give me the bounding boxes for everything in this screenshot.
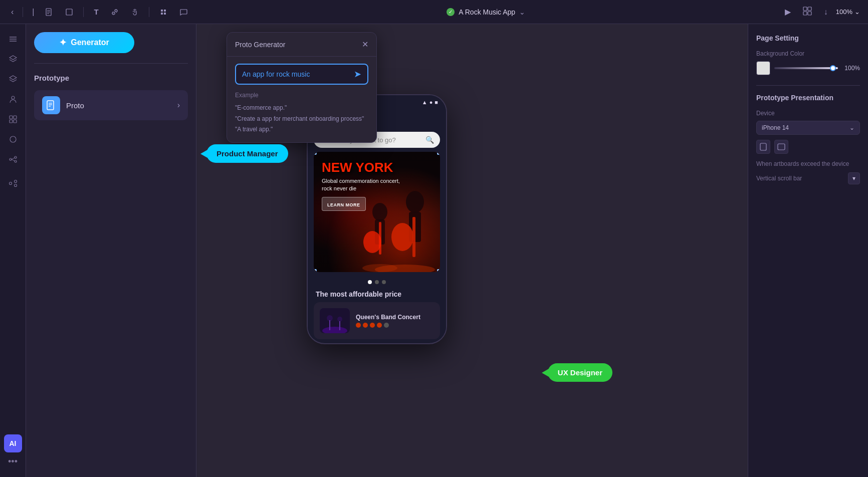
toolbar-center: ✓ A Rock Music App ⌄ (191, 8, 781, 16)
hand-button[interactable] (127, 6, 143, 18)
app-title: A Rock Music App (459, 8, 515, 16)
status-icons: ▲ ● ■ (422, 99, 438, 105)
modal-close-button[interactable]: ✕ (362, 40, 368, 49)
svg-rect-38 (412, 217, 415, 257)
right-panel: Page Setting Background Color 100% Proto… (748, 24, 868, 477)
toolbar-divider-2 (83, 7, 84, 17)
proto-pres-title: Prototype Presentation (756, 94, 860, 102)
svg-rect-11 (803, 12, 807, 15)
ai-label: AI (10, 439, 17, 447)
modal-send-button[interactable]: ➤ (354, 69, 361, 80)
color-row: 100% (756, 61, 860, 75)
sidebar-circle-icon[interactable] (4, 130, 22, 148)
svg-rect-19 (14, 116, 17, 119)
back-button[interactable]: ‹ (8, 6, 17, 19)
bg-color-label: Background Color (756, 50, 860, 57)
portrait-device-button[interactable] (756, 140, 770, 154)
component-button[interactable] (155, 6, 171, 18)
bg-color-section: Background Color 100% (756, 50, 860, 75)
zoom-value: 100% (836, 8, 852, 16)
concert-card[interactable]: Queen's Band Concert (314, 302, 440, 339)
ai-button[interactable]: AI (4, 434, 22, 452)
toolbar-right: ▶ ↓ 100% ⌄ (781, 5, 860, 20)
concert-thumb-svg (320, 308, 350, 333)
grid-button[interactable] (799, 5, 816, 20)
generator-label: Generator (71, 38, 109, 47)
svg-rect-51 (760, 143, 766, 150)
zoom-chevron-icon: ⌄ (854, 8, 860, 16)
sidebar-more-icon[interactable]: ••• (8, 456, 18, 467)
phone-content: ♪ Rock Music Where do you want to go? 🔍 … (308, 109, 446, 339)
sidebar-components-icon[interactable] (4, 70, 22, 88)
star-5 (384, 323, 389, 328)
sidebar-grid-icon[interactable] (4, 110, 22, 128)
sidebar-layers-icon[interactable] (4, 50, 22, 68)
frame-button[interactable] (61, 6, 77, 18)
svg-rect-7 (161, 13, 163, 15)
comment-button[interactable] (175, 6, 191, 18)
zoom-control[interactable]: 100% ⌄ (836, 8, 860, 16)
bg-opacity-slider[interactable] (774, 67, 838, 69)
ux-designer-bubble: UX Designer (548, 363, 612, 382)
modal-input[interactable] (242, 70, 354, 78)
svg-line-27 (12, 159, 15, 161)
sidebar-profile-icon[interactable] (4, 90, 22, 108)
new-file-button[interactable] (41, 6, 57, 18)
text-button[interactable]: T (90, 6, 102, 18)
scroll-select[interactable]: ▾ (848, 172, 860, 184)
svg-rect-31 (47, 101, 54, 110)
svg-point-41 (363, 231, 381, 253)
color-swatch[interactable] (756, 61, 770, 75)
left-sidebar: AI ••• (0, 24, 26, 477)
prototype-section-title: Prototype (34, 74, 188, 82)
concert-thumbnail (320, 308, 350, 333)
sidebar-menu-icon[interactable] (4, 30, 22, 48)
proto-generator-modal: Proto Generator ✕ ➤ Example "E-commerce … (227, 32, 377, 143)
toolbar-divider-3 (149, 7, 149, 17)
section-title: The most affordable price (308, 288, 446, 302)
close-icon: ✕ (362, 40, 368, 49)
example-3: "A travel app." (235, 124, 368, 135)
svg-rect-6 (164, 10, 166, 12)
title-chevron-icon[interactable]: ⌄ (519, 8, 525, 16)
tooltip-arrow-icon (200, 150, 207, 158)
proto-icon (42, 96, 60, 114)
right-panel-title: Page Setting (756, 34, 860, 42)
concert-name: Queen's Band Concert (356, 314, 434, 321)
svg-point-48 (337, 317, 342, 322)
prototype-pres-section: Prototype Presentation Device iPhone 14 … (756, 94, 860, 184)
sidebar-flow-icon[interactable] (4, 150, 22, 168)
svg-rect-9 (803, 7, 807, 11)
scroll-row: Vertical scroll bar ▾ (756, 172, 860, 184)
sidebar-connect-icon[interactable] (4, 174, 22, 192)
device-select[interactable]: iPhone 14 ⌄ (756, 121, 860, 135)
play-button[interactable]: ▶ (781, 5, 795, 19)
svg-point-44 (362, 264, 397, 272)
search-icon: 🔍 (425, 136, 434, 144)
landscape-device-button[interactable] (774, 140, 788, 154)
wifi-icon: ● (429, 99, 433, 105)
battery-icon: ■ (435, 99, 438, 105)
proto-item[interactable]: Proto › (34, 90, 188, 120)
scroll-label: Vertical scroll bar (756, 175, 802, 182)
svg-point-28 (9, 182, 12, 185)
layers-panel: ✦ Generator Prototype Proto › (26, 24, 196, 477)
forward-button[interactable]: | (29, 6, 37, 19)
example-2: "Create a app for merchant onboarding pr… (235, 114, 368, 125)
svg-line-26 (12, 158, 15, 159)
svg-point-24 (15, 156, 17, 158)
link-button[interactable] (107, 6, 123, 18)
guitarist-svg (355, 172, 440, 272)
bg-opacity-value: 100% (842, 65, 860, 72)
svg-rect-20 (10, 120, 13, 123)
selection-handle-bl (314, 269, 317, 272)
svg-rect-8 (164, 13, 166, 15)
dot-2 (375, 280, 379, 284)
svg-point-39 (372, 203, 387, 221)
panel-divider (34, 63, 188, 64)
svg-point-37 (391, 223, 413, 251)
svg-rect-52 (778, 144, 785, 150)
selection-handle-tl (314, 152, 317, 155)
generator-button[interactable]: ✦ Generator (34, 32, 134, 53)
download-button[interactable]: ↓ (820, 6, 832, 19)
